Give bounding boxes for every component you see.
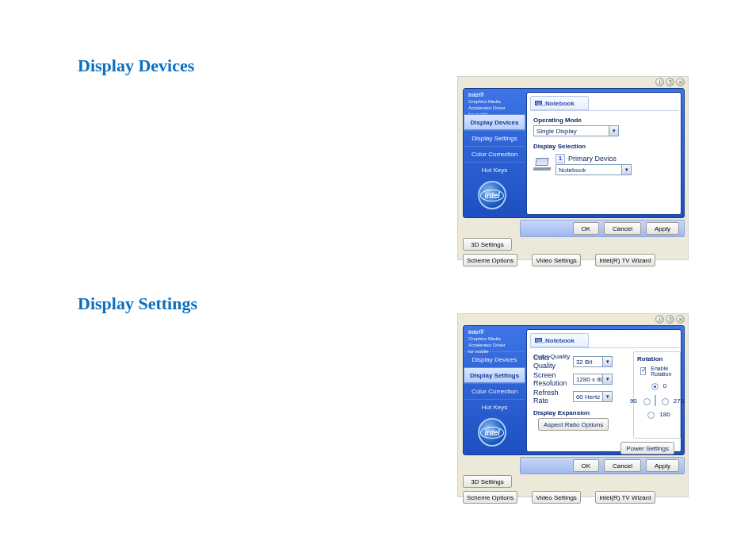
ok-cancel-apply-bar: OK Cancel Apply (520, 220, 685, 237)
brand-line1: Intel® (468, 329, 484, 335)
ok-button[interactable]: OK (573, 459, 600, 472)
chevron-down-icon: ▾ (609, 126, 618, 136)
brand-line2: Graphics Media (468, 336, 521, 342)
nav-display-devices[interactable]: Display Devices (464, 114, 525, 130)
close-icon[interactable]: × (676, 315, 685, 324)
nav-hot-keys[interactable]: Hot Keys (464, 399, 525, 415)
screen-resolution-label: Screen Resolution (533, 371, 570, 387)
rotation-0[interactable]: 0 (647, 381, 666, 390)
rotation-title: Rotation (637, 355, 677, 362)
primary-device-value: Notebook (559, 167, 586, 174)
intel-logo-chip: intel (478, 418, 506, 447)
rotation-270[interactable]: 270 (658, 396, 684, 405)
rotation-90[interactable]: 90 (630, 396, 653, 405)
enable-rotation-checkbox[interactable]: Enable Rotation (637, 365, 677, 378)
brand-line1: Intel® (468, 92, 484, 98)
panel-body: Operating Mode Single Display ▾ Display … (533, 115, 674, 209)
tab-notebook-label: Notebook (545, 337, 575, 344)
video-settings-button[interactable]: Video Settings (532, 254, 581, 266)
primary-device-badge: 1 (556, 154, 565, 163)
chevron-down-icon: ▾ (602, 392, 612, 401)
titlebar-icons: i ? × (655, 78, 685, 86)
nav-display-devices[interactable]: Display Devices (464, 351, 525, 367)
scheme-options-button[interactable]: Scheme Options (463, 491, 517, 504)
content-panel: Notebook Color Quality (526, 329, 682, 452)
nav-display-settings[interactable]: Display Settings (464, 367, 525, 383)
blue-frame: Intel® Graphics Media Accelerator Driver… (463, 325, 685, 455)
help-icon[interactable]: ? (666, 78, 674, 86)
side-nav: Display Devices Display Settings Color C… (464, 351, 525, 415)
chevron-down-icon: ▾ (602, 357, 612, 366)
tab-notebook[interactable]: Notebook (530, 333, 589, 347)
display-devices-dialog: i ? × Intel® Graphics Media Accelerator … (457, 76, 689, 260)
operating-mode-label: Operating Mode (533, 117, 674, 124)
help-icon[interactable]: ? (666, 315, 674, 324)
cancel-button[interactable]: Cancel (604, 222, 641, 235)
tab-notebook-label: Notebook (545, 100, 575, 107)
notebook-icon (535, 101, 542, 105)
cancel-button[interactable]: Cancel (604, 459, 641, 472)
heading-display-settings: Display Settings (78, 293, 197, 314)
rotation-270-input[interactable] (662, 398, 669, 405)
heading-display-devices: Display Devices (78, 56, 194, 76)
tab-strip (530, 347, 679, 348)
content-panel: Notebook Operating Mode Single Display ▾… (526, 92, 682, 215)
power-settings-button[interactable]: Power Settings (620, 442, 674, 454)
refresh-rate-select[interactable]: 60 Hertz ▾ (573, 391, 613, 402)
tab-notebook[interactable]: Notebook (530, 96, 589, 110)
enable-rotation-label: Enable Rotation (651, 366, 677, 377)
nav-color-correction[interactable]: Color Correction (464, 383, 525, 399)
nav-display-settings[interactable]: Display Settings (464, 130, 525, 146)
primary-device-label: Primary Device (568, 155, 617, 163)
apply-button[interactable]: Apply (646, 459, 679, 472)
aspect-ratio-options-button[interactable]: Aspect Ratio Options (538, 418, 609, 431)
color-quality-label: Color Quality (533, 354, 570, 370)
rotation-90-input[interactable] (643, 398, 651, 405)
nav-hot-keys[interactable]: Hot Keys (464, 162, 525, 178)
notebook-icon (535, 338, 542, 343)
chevron-down-icon: ▾ (621, 165, 631, 174)
scheme-options-button[interactable]: Scheme Options (463, 254, 517, 266)
titlebar-icons: i ? × (655, 315, 685, 324)
apply-button[interactable]: Apply (646, 222, 679, 235)
display-selection-label: Display Selection (533, 143, 674, 150)
rotation-180[interactable]: 180 (643, 409, 670, 419)
nav-color-correction[interactable]: Color Correction (464, 146, 525, 162)
side-nav: Display Devices Display Settings Color C… (464, 114, 525, 178)
info-icon[interactable]: i (655, 78, 664, 86)
rotation-270-label: 270 (674, 397, 684, 405)
enable-rotation-input[interactable] (640, 367, 646, 375)
close-icon[interactable]: × (676, 78, 685, 86)
ok-cancel-apply-bar: OK Cancel Apply (520, 457, 685, 474)
display-settings-dialog: i ? × Intel® Graphics Media Accelerator … (457, 313, 689, 497)
rotation-180-input[interactable] (647, 412, 655, 419)
screen-resolution-select[interactable]: 1280 x 800 ▾ (573, 374, 613, 385)
tv-wizard-button[interactable]: Intel(R) TV Wizard (595, 491, 655, 504)
operating-mode-select[interactable]: Single Display ▾ (533, 125, 619, 136)
lower-buttons: 3D Settings Scheme Options Video Setting… (463, 238, 686, 266)
rotation-90-label: 90 (630, 397, 637, 405)
ok-button[interactable]: OK (573, 222, 600, 235)
info-icon[interactable]: i (655, 315, 664, 324)
intel-logo-text: intel (480, 427, 503, 439)
rotation-0-label: 0 (663, 382, 666, 389)
video-settings-button[interactable]: Video Settings (532, 491, 581, 504)
intel-logo-chip: intel (478, 181, 506, 209)
rotation-0-input[interactable] (651, 383, 659, 390)
threeD-settings-button[interactable]: 3D Settings (463, 238, 512, 251)
display-expansion-label: Display Expansion (533, 409, 613, 416)
refresh-rate-value: 60 Hertz (576, 393, 600, 401)
primary-device-select[interactable]: Notebook ▾ (556, 164, 632, 175)
color-quality-select[interactable]: 32 Bit ▾ (573, 356, 613, 367)
tv-wizard-button[interactable]: Intel(R) TV Wizard (595, 254, 655, 266)
color-quality-value: 32 Bit (576, 359, 592, 366)
rotation-180-label: 180 (659, 411, 670, 418)
blue-frame: Intel® Graphics Media Accelerator Driver… (463, 88, 685, 218)
operating-mode-value: Single Display (536, 128, 577, 135)
panel-body: Color Quality Color Quality 32 Bi (533, 352, 674, 447)
brand-line2: Graphics Media (468, 98, 521, 105)
brand-line3: Accelerator Driver (468, 342, 521, 348)
rotation-group: Rotation Enable Rotation 0 90 (633, 351, 681, 439)
threeD-settings-button[interactable]: 3D Settings (463, 475, 512, 488)
brand-line3: Accelerator Driver (468, 105, 521, 111)
